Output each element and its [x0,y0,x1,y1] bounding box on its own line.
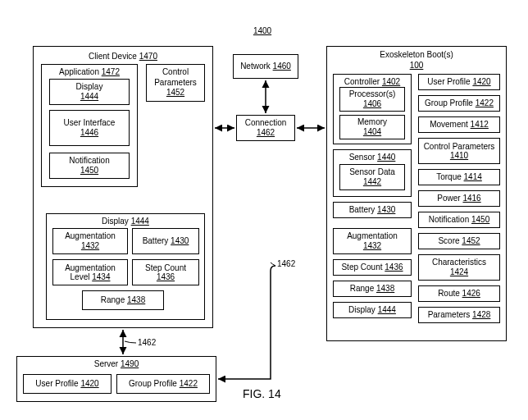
dp-step-count-label: Step Count 1436 [135,263,196,281]
exo-movement-label: Movement 1412 [430,120,489,130]
dp-augmentation-ref: 1432 [81,241,99,252]
app-notification-ref: 1450 [80,166,98,176]
app-display-ref: 1444 [80,92,98,103]
exo-parameters-box: Parameters 1428 [418,307,500,323]
exo-route-box: Route 1426 [418,285,500,302]
app-notification-label: Notification [69,156,109,167]
exo-memory-ref: 1404 [363,127,381,138]
exo-processor-ref: 1406 [363,99,381,110]
display-panel-label: Display 1444 [102,217,149,227]
server-group-profile-box: Group Profile 1422 [116,374,210,394]
exo-controller-label: Controller 1402 [344,77,400,88]
exo-augmentation-ref: 1432 [363,241,381,252]
dp-battery-box: Battery 1430 [132,228,199,254]
exo-group-profile-label: Group Profile 1422 [425,98,494,109]
exo-ref: 100 [410,61,424,71]
exo-range-label: Range 1438 [350,284,395,294]
exo-display-label: Display 1444 [348,305,396,316]
exo-sensor-label: Sensor 1440 [349,153,396,163]
exo-label: Exoskeleton Boot(s) [380,50,453,61]
exo-processor-label: Processor(s) [349,89,396,100]
exo-power-box: Power 1416 [418,190,500,207]
exo-step-count-label: Step Count 1436 [341,262,403,273]
app-display-label: Display [76,82,103,93]
fig-caption: FIG. 14 [243,387,281,400]
app-display-box: Display 1444 [49,79,130,105]
exo-step-count-box: Step Count 1436 [333,259,412,276]
conn-ref-b: 1462 [277,259,295,268]
exo-battery-box: Battery 1430 [333,202,412,218]
conn-ref-a: 1462 [138,338,156,347]
dp-augmentation-box: Augmentation 1432 [52,228,128,254]
exo-augmentation-box: Augmentation 1432 [333,228,412,254]
exo-characteristics-ref: 1424 [450,267,468,278]
dp-augmentation-label: Augmentation [65,231,116,242]
exo-battery-label: Battery 1430 [349,205,396,216]
dp-aug-level-label: Augmentation Level 1434 [56,263,125,281]
fig-number: 1400 [246,26,279,35]
exo-torque-box: Torque 1414 [418,169,500,185]
app-ui-box: User Interface 1446 [49,110,130,146]
exo-notification-box: Notification 1450 [418,212,500,228]
exo-sensor-data-label: Sensor Data [349,167,395,178]
network-box: Network 1460 [233,54,298,79]
exo-control-params-box: Control Parameters 1410 [418,138,500,164]
exo-sensor-data-box: Sensor Data 1442 [339,164,405,190]
exo-range-box: Range 1438 [333,281,412,297]
server-user-profile-box: User Profile 1420 [23,374,112,394]
dp-range-label: Range 1438 [101,295,146,306]
exo-score-box: Score 1452 [418,233,500,249]
exo-notification-label: Notification 1450 [429,215,490,226]
client-control-params-box: Control Parameters 1452 [146,64,205,102]
exo-user-profile-box: User Profile 1420 [418,74,500,90]
server-label: Server 1490 [94,359,139,370]
exo-control-params-label: Control Parameters 1410 [421,142,497,160]
exo-sensor-data-ref: 1442 [363,177,381,188]
exo-characteristics-label: Characteristics [432,258,486,268]
app-notification-box: Notification 1450 [49,153,130,179]
dp-range-box: Range 1438 [82,290,164,310]
exo-user-profile-label: User Profile 1420 [427,77,490,88]
server-group-profile-label: Group Profile 1422 [129,379,198,390]
app-ui-label: User Interface [64,118,116,129]
exo-movement-box: Movement 1412 [418,116,500,133]
connection-box: Connection 1462 [236,115,295,141]
exo-processor-box: Processor(s) 1406 [339,87,405,112]
client-control-params-ref: 1452 [166,88,184,98]
exo-route-label: Route 1426 [438,289,480,299]
application-label: Application 1472 [59,67,120,78]
app-ui-ref: 1446 [80,128,98,139]
exo-parameters-label: Parameters 1428 [428,310,491,321]
client-device-label: Client Device 1470 [89,52,157,62]
dp-aug-level-box: Augmentation Level 1434 [52,259,128,285]
exo-group-profile-box: Group Profile 1422 [418,95,500,112]
network-label: Network 1460 [240,62,291,72]
exo-memory-label: Memory [357,117,387,128]
exo-torque-label: Torque 1414 [436,172,482,183]
exo-power-label: Power 1416 [437,194,480,204]
server-user-profile-label: User Profile 1420 [35,379,98,390]
exo-score-label: Score 1452 [438,236,480,247]
client-control-params-label: Control Parameters [149,67,202,88]
dp-step-count-box: Step Count 1436 [132,259,199,285]
exo-memory-box: Memory 1404 [339,115,405,139]
connection-label: Connection [245,118,287,129]
exo-augmentation-label: Augmentation [347,231,398,242]
connection-ref: 1462 [257,128,275,139]
dp-battery-label: Battery 1430 [143,236,189,247]
exo-display-box: Display 1444 [333,302,412,318]
exo-characteristics-box: Characteristics 1424 [418,254,500,281]
